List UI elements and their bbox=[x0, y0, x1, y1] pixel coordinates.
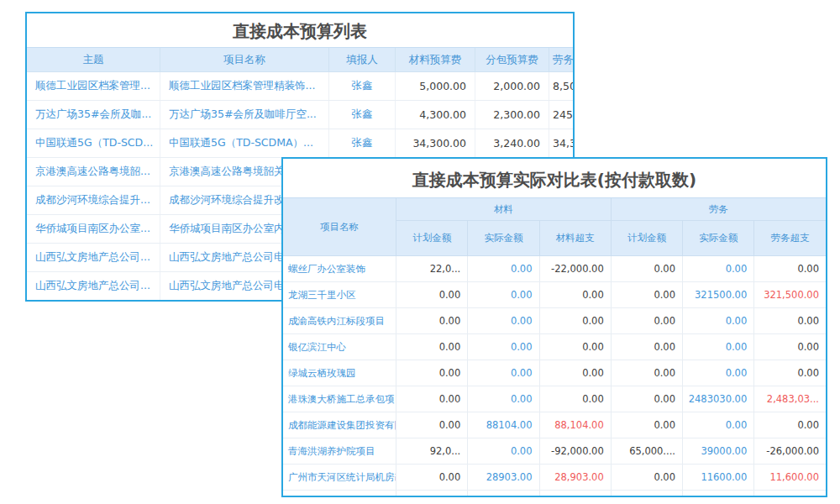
link-cell[interactable]: 0.00 bbox=[468, 256, 539, 282]
link-cell[interactable]: 39000.00 bbox=[683, 438, 754, 465]
table-row: 青海洪湖养护院项目92,0...0.00-92,000.0065,000....… bbox=[283, 438, 826, 465]
link-cell[interactable]: 青海洪湖养护院项目 bbox=[283, 438, 396, 465]
link-cell[interactable]: 螺丝厂办公室装饰 bbox=[283, 256, 396, 282]
table-row: 成都能源建设集团投资有限公0.0088104.0088,104.000.000.… bbox=[283, 412, 826, 438]
link-cell[interactable]: 山西弘文房地产总公司... bbox=[27, 244, 160, 272]
amount-cell: 34,300.00 bbox=[396, 129, 475, 158]
amount-cell: -92,000.00 bbox=[539, 438, 611, 465]
link-cell[interactable]: 0.00 bbox=[468, 386, 539, 412]
link-cell[interactable]: 万达广场35#会所及咖... bbox=[27, 101, 160, 129]
table-row: 广州市天河区统计局机房改造0.0028903.0028,903.000.0011… bbox=[283, 465, 826, 491]
amount-cell: -26,000.00 bbox=[754, 438, 826, 465]
link-cell[interactable]: 88104.00 bbox=[468, 412, 539, 438]
amount-cell: 0.00 bbox=[396, 465, 468, 491]
link-cell[interactable]: 321500.00 bbox=[683, 282, 754, 308]
link-cell[interactable]: 2483030.00 bbox=[683, 386, 754, 412]
link-cell[interactable]: 0.00 bbox=[683, 308, 754, 334]
amount-cell: 22,0... bbox=[396, 256, 468, 282]
overrun-amount-cell: 2,483,03... bbox=[754, 386, 826, 412]
table2-title: 直接成本预算实际对比表(按付款取数) bbox=[283, 159, 826, 197]
amount-cell: 0.00 bbox=[611, 360, 682, 386]
link-cell[interactable]: 顺德工业园区档案管理... bbox=[27, 72, 160, 101]
amount-cell: 0.00 bbox=[396, 412, 468, 438]
link-cell[interactable]: 0.00 bbox=[468, 282, 539, 308]
t2-col-material-plan: 计划金额 bbox=[396, 221, 468, 256]
link-cell[interactable]: 张鑫 bbox=[329, 129, 396, 158]
link-cell[interactable]: 中国联通5G（TD-SCD... bbox=[27, 129, 160, 158]
link-cell[interactable]: 0.00 bbox=[683, 256, 754, 282]
amount-cell: 0.00 bbox=[396, 308, 468, 334]
overrun-amount-cell: 42,465.00 bbox=[539, 491, 611, 498]
link-cell[interactable]: 龙湖三千里小区 bbox=[283, 282, 396, 308]
link-cell[interactable]: 0.00 bbox=[468, 334, 539, 360]
link-cell[interactable]: 0.00 bbox=[683, 412, 754, 438]
amount-cell: 92,0... bbox=[396, 438, 468, 465]
amount-cell: 0.00 bbox=[754, 412, 826, 438]
table-row: 绿城云栖玫瑰园0.000.000.000.000.000.00 bbox=[283, 360, 826, 386]
link-cell[interactable]: 42465.00 bbox=[468, 491, 539, 498]
amount-cell: 0.00 bbox=[539, 308, 611, 334]
overrun-amount-cell: 11,600.00 bbox=[754, 465, 826, 491]
table-row: 成渝高铁内江标段项目0.000.000.000.000.000.00 bbox=[283, 308, 826, 334]
t2-group-material: 材料 bbox=[396, 198, 612, 221]
amount-cell: 2,000.00 bbox=[475, 72, 549, 101]
amount-cell: 0.00 bbox=[611, 412, 682, 438]
table-row: 螺丝厂办公室装饰22,0...0.00-22,000.000.000.000.0… bbox=[283, 256, 826, 282]
link-cell[interactable]: 绿城云栖玫瑰园 bbox=[283, 360, 396, 386]
link-cell[interactable]: 0.00 bbox=[683, 360, 754, 386]
amount-cell: 0.00 bbox=[611, 334, 682, 360]
amount-cell: 8,500.00 bbox=[549, 72, 574, 101]
t1-col-reporter: 填报人 bbox=[329, 48, 396, 72]
link-cell[interactable]: 11600.00 bbox=[683, 465, 754, 491]
link-cell[interactable]: 成渝高铁内江标段项目 bbox=[283, 308, 396, 334]
amount-cell: 0.00 bbox=[539, 386, 611, 412]
amount-cell: 0.00 bbox=[611, 308, 682, 334]
overrun-amount-cell: 309,900.00 bbox=[754, 491, 826, 498]
t1-col-subcontract-budget: 分包预算费 bbox=[475, 48, 549, 72]
overrun-amount-cell: 321,500.00 bbox=[754, 282, 826, 308]
amount-cell: 0.00 bbox=[396, 491, 468, 498]
link-cell[interactable]: 京港澳高速公路粤境韶... bbox=[27, 158, 160, 186]
amount-cell: 2,300.00 bbox=[475, 101, 549, 129]
link-cell[interactable]: 华侨城项目南区办公室... bbox=[27, 215, 160, 244]
amount-cell: 0.00 bbox=[611, 256, 682, 282]
link-cell[interactable]: 0.00 bbox=[468, 308, 539, 334]
t1-col-project-name: 项目名称 bbox=[160, 48, 329, 72]
table-row: 港珠澳大桥施工总承包项目0.000.000.000.002483030.002,… bbox=[283, 386, 826, 412]
amount-cell: 0.00 bbox=[754, 308, 826, 334]
amount-cell: 34,300.00 bbox=[549, 129, 574, 158]
amount-cell: 0.00 bbox=[539, 360, 611, 386]
link-cell[interactable]: 成都沙河环境综合提升... bbox=[27, 186, 160, 215]
amount-cell: 0.00 bbox=[611, 465, 682, 491]
t1-col-material-budget: 材料预算费 bbox=[396, 48, 475, 72]
link-cell[interactable]: 张鑫 bbox=[329, 101, 396, 129]
direct-cost-comparison-window: 直接成本预算实际对比表(按付款取数) 项目名称 材料 劳务 计划金额 实际金额 … bbox=[281, 157, 827, 497]
link-cell[interactable]: 万达广场35#会所及咖啡厅空... bbox=[160, 101, 329, 129]
link-cell[interactable]: 中国联通5G（TD-SCDMA）... bbox=[160, 129, 329, 158]
link-cell[interactable]: 0.00 bbox=[468, 360, 539, 386]
link-cell[interactable]: 山西弘文房地产总公司... bbox=[27, 272, 160, 301]
table1-title: 直接成本预算列表 bbox=[27, 13, 573, 47]
link-cell[interactable]: 顺德工业园区档案管理精装饰... bbox=[160, 72, 329, 101]
t2-body: 螺丝厂办公室装饰22,0...0.00-22,000.000.000.000.0… bbox=[283, 256, 826, 498]
t2-col-material-actual: 实际金额 bbox=[468, 221, 539, 256]
link-cell[interactable]: 309900.00 bbox=[683, 491, 754, 498]
link-cell[interactable]: 成都能源建设集团投资有限公 bbox=[283, 412, 396, 438]
link-cell[interactable]: 28903.00 bbox=[468, 465, 539, 491]
table-row: 龙湖三千里小区0.000.000.000.00321500.00321,500.… bbox=[283, 282, 826, 308]
amount-cell: 5,000.00 bbox=[396, 72, 475, 101]
amount-cell: 245.00 bbox=[549, 101, 574, 129]
link-cell[interactable]: 银亿滨江中心 bbox=[283, 334, 396, 360]
amount-cell: 0.00 bbox=[396, 334, 468, 360]
table-row: 云南水利枢纽潜明水库一期工0.0042465.0042,465.000.0030… bbox=[283, 491, 826, 498]
link-cell[interactable]: 张鑫 bbox=[329, 72, 396, 101]
table-row: 中国联通5G（TD-SCD...中国联通5G（TD-SCDMA）...张鑫34,… bbox=[27, 129, 573, 158]
link-cell[interactable]: 港珠澳大桥施工总承包项目 bbox=[283, 386, 396, 412]
t2-col-material-overrun: 材料超支 bbox=[539, 221, 611, 256]
link-cell[interactable]: 云南水利枢纽潜明水库一期工 bbox=[283, 491, 396, 498]
link-cell[interactable]: 广州市天河区统计局机房改造 bbox=[283, 465, 396, 491]
link-cell[interactable]: 0.00 bbox=[468, 438, 539, 465]
table-row: 顺德工业园区档案管理...顺德工业园区档案管理精装饰...张鑫5,000.002… bbox=[27, 72, 573, 101]
link-cell[interactable]: 0.00 bbox=[683, 334, 754, 360]
amount-cell: 0.00 bbox=[611, 386, 682, 412]
